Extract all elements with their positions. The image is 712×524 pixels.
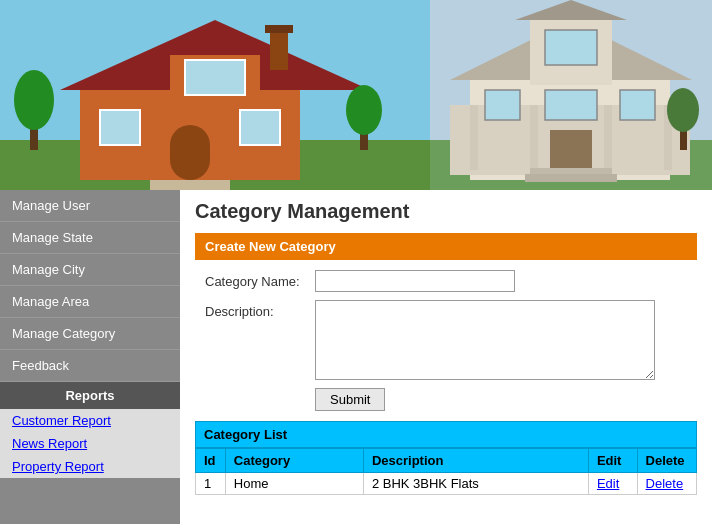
description-label: Description:	[205, 300, 315, 319]
submit-button[interactable]: Submit	[315, 388, 385, 411]
svg-rect-30	[604, 105, 612, 170]
svg-rect-7	[100, 110, 140, 145]
sidebar-link-news-report[interactable]: News Report	[0, 432, 180, 455]
cell-delete[interactable]: Delete	[637, 473, 696, 495]
svg-point-14	[346, 85, 382, 135]
sidebar-link-property-report[interactable]: Property Report	[0, 455, 180, 478]
header-images	[0, 0, 712, 190]
content-area: Category Management Create New Category …	[180, 190, 712, 524]
table-header-row: Id Category Description Edit Delete	[196, 449, 697, 473]
svg-rect-15	[270, 30, 288, 70]
delete-link[interactable]: Delete	[646, 476, 684, 491]
create-category-header: Create New Category	[195, 233, 697, 260]
sidebar-link-customer-report[interactable]: Customer Report	[0, 409, 180, 432]
svg-rect-27	[545, 30, 597, 65]
category-name-label: Category Name:	[205, 270, 315, 289]
category-table: Id Category Description Edit Delete 1 Ho…	[195, 448, 697, 495]
svg-point-36	[667, 88, 699, 132]
svg-rect-28	[470, 105, 478, 170]
sidebar-item-manage-state[interactable]: Manage State	[0, 222, 180, 254]
category-list-header: Category List	[195, 421, 697, 448]
description-row: Description:	[195, 300, 697, 380]
header-image-right	[430, 0, 712, 190]
col-header-description: Description	[363, 449, 588, 473]
reports-section-header: Reports	[0, 382, 180, 409]
svg-rect-26	[545, 90, 597, 120]
cell-category: Home	[225, 473, 363, 495]
col-header-category: Category	[225, 449, 363, 473]
category-name-input[interactable]	[315, 270, 515, 292]
svg-point-12	[14, 70, 54, 130]
svg-rect-34	[525, 174, 617, 182]
submit-row: Submit	[195, 388, 697, 411]
page-title: Category Management	[195, 200, 697, 223]
main-layout: Manage User Manage State Manage City Man…	[0, 190, 712, 524]
sidebar-item-manage-category[interactable]: Manage Category	[0, 318, 180, 350]
svg-rect-8	[240, 110, 280, 145]
header-image-left	[0, 0, 430, 190]
table-row: 1 Home 2 BHK 3BHK Flats Edit Delete	[196, 473, 697, 495]
edit-link[interactable]: Edit	[597, 476, 619, 491]
cell-description: 2 BHK 3BHK Flats	[363, 473, 588, 495]
svg-rect-10	[170, 125, 210, 180]
svg-rect-9	[185, 60, 245, 95]
svg-rect-25	[620, 90, 655, 120]
cell-edit[interactable]: Edit	[588, 473, 637, 495]
col-header-edit: Edit	[588, 449, 637, 473]
category-name-row: Category Name:	[195, 270, 697, 292]
sidebar-item-manage-area[interactable]: Manage Area	[0, 286, 180, 318]
sidebar-item-feedback[interactable]: Feedback	[0, 350, 180, 382]
sidebar-item-manage-city[interactable]: Manage City	[0, 254, 180, 286]
svg-rect-29	[530, 105, 538, 170]
description-input[interactable]	[315, 300, 655, 380]
svg-rect-24	[485, 90, 520, 120]
cell-id: 1	[196, 473, 226, 495]
col-header-id: Id	[196, 449, 226, 473]
svg-rect-16	[265, 25, 293, 33]
sidebar: Manage User Manage State Manage City Man…	[0, 190, 180, 524]
col-header-delete: Delete	[637, 449, 696, 473]
sidebar-item-manage-user[interactable]: Manage User	[0, 190, 180, 222]
